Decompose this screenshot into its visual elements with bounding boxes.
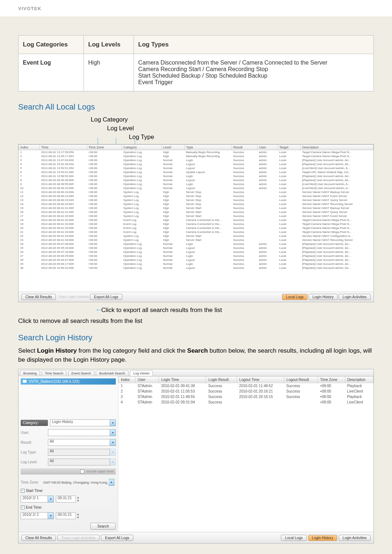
- start-date-input[interactable]: 2010/ 2/ 1: [21, 496, 48, 502]
- tab-bookmark-search[interactable]: Bookmark Search: [96, 370, 128, 376]
- trace-login-button[interactable]: Trace Login Activities: [57, 535, 99, 541]
- table-row[interactable]: 192012-08-03 08:41:32:096+08:00Event Log…: [19, 222, 373, 226]
- lcol-login-time[interactable]: Login Time: [159, 376, 206, 383]
- lcol-login-result[interactable]: Login Result: [206, 376, 237, 383]
- login-activities-tab[interactable]: Login Activities: [339, 535, 371, 541]
- table-row[interactable]: 222012-08-03 08:41:33:009+08:00System Lo…: [19, 234, 373, 238]
- col-level[interactable]: Level: [162, 145, 184, 150]
- col-result[interactable]: Result: [232, 145, 257, 150]
- table-row[interactable]: 82012-08-03 08:39:36:006+08:00Operation …: [19, 178, 373, 182]
- table-row[interactable]: 242012-08-03 08:47:08:060+08:00Operation…: [19, 242, 373, 246]
- login-history-tab[interactable]: Login History: [309, 294, 338, 300]
- col-category[interactable]: Category: [122, 145, 162, 150]
- table-row[interactable]: 12012-08-01 13:17:59:050+08:00Operation …: [19, 150, 373, 155]
- th-levels: Log Levels: [84, 36, 134, 54]
- col-user[interactable]: User: [257, 145, 278, 150]
- right-pane: Index User Login Time Login Result Logou…: [118, 376, 373, 532]
- td-category: Event Log: [19, 54, 84, 91]
- table-row[interactable]: 302012-08-03 10:46:31:006+08:00Operation…: [19, 266, 373, 270]
- chevron-down-icon[interactable]: ▾: [109, 479, 114, 486]
- tab-log-viewer[interactable]: Log Viewer: [130, 370, 153, 376]
- login-grid: Index User Login Time Login Result Logou…: [118, 376, 373, 405]
- login-intro-text: Select Login History from the log catego…: [18, 346, 374, 365]
- table-row[interactable]: 132012-08-03 08:40:15:049+08:00System Lo…: [19, 198, 373, 202]
- start-time-checkbox[interactable]: [21, 489, 25, 493]
- chevron-down-icon[interactable]: ▾: [48, 512, 54, 519]
- search-button[interactable]: Search: [90, 523, 116, 530]
- chevron-down-icon[interactable]: ▾: [48, 496, 54, 502]
- lcol-index[interactable]: Index: [119, 376, 135, 383]
- table-row[interactable]: 152012-08-03 08:41:31:065+08:00System Lo…: [19, 206, 373, 210]
- table-row[interactable]: 232012-08-03 08:41:34:068+08:00System Lo…: [19, 238, 373, 242]
- login-history-tab[interactable]: Login History: [308, 535, 337, 541]
- table-row[interactable]: 1STAdmin2010-02-01 09:41:38Success2010-0…: [119, 383, 373, 389]
- table-row[interactable]: 202012-08-03 08:41:33:006+08:00Event Log…: [19, 226, 373, 230]
- station-name: VVTK_Station1(192.168.5.122): [29, 379, 79, 383]
- table-row[interactable]: 72012-08-01 13:56:52:000+08:00Operation …: [19, 174, 373, 178]
- spinner-icon[interactable]: ▲▼: [77, 513, 79, 519]
- lcol-user[interactable]: User: [135, 376, 159, 383]
- chevron-down-icon[interactable]: ▾: [110, 429, 116, 436]
- start-time-input[interactable]: 09:31:21: [56, 496, 76, 502]
- table-row[interactable]: 102012-08-03 08:40:10:006+08:00Operation…: [19, 186, 373, 190]
- table-row[interactable]: 52012-08-01 13:53:51:050+08:00Operation …: [19, 166, 373, 170]
- chevron-down-icon[interactable]: ▾: [110, 439, 116, 446]
- table-row[interactable]: 172012-08-03 08:41:32:006+08:00System Lo…: [19, 214, 373, 218]
- clear-all-button[interactable]: Clear All Results: [21, 535, 56, 541]
- table-row[interactable]: 292012-08-03 09:46:17:005+08:00Operation…: [19, 262, 373, 266]
- annot-log-type: Log Type: [129, 133, 374, 141]
- lcol-desc[interactable]: Description: [345, 376, 373, 383]
- user-select[interactable]: [48, 429, 110, 436]
- tab-event-search[interactable]: Event Search: [68, 370, 94, 376]
- tab-browsing[interactable]: Browsing: [20, 370, 40, 376]
- section-login-history: Search Login History: [18, 333, 374, 342]
- table-row[interactable]: 122012-08-03 08:40:14:089+08:00System Lo…: [19, 194, 373, 198]
- chevron-down-icon[interactable]: ▾: [110, 419, 116, 426]
- table-row[interactable]: 272012-08-03 09:40:25:006+08:00Operation…: [19, 254, 373, 258]
- table-row[interactable]: 252012-08-03 09:35:16:006+08:00Operation…: [19, 246, 373, 250]
- col-type[interactable]: Type: [184, 145, 232, 150]
- col-desc[interactable]: Description: [301, 145, 373, 150]
- table-row[interactable]: 32012-08-01 13:47:04:006+08:00Operation …: [19, 158, 373, 162]
- table-row[interactable]: 92012-08-03 08:39:55:005+08:00Operation …: [19, 182, 373, 186]
- col-tz[interactable]: Time Zone: [87, 145, 122, 150]
- table-row[interactable]: 4STAdmin2010-02-02 09:31:04Success+08:00…: [119, 399, 373, 405]
- log-grid: Index Time Time Zone Category Level Type…: [19, 144, 373, 270]
- station-row[interactable]: VVTK_Station1(192.168.5.122): [21, 378, 116, 385]
- category-select[interactable]: Login History: [50, 419, 110, 426]
- td-level: High: [84, 54, 134, 91]
- export-all-button[interactable]: Export All Logs: [90, 294, 122, 300]
- local-logs-tab[interactable]: Local Logs: [282, 294, 307, 300]
- clear-all-button[interactable]: Clear All Results: [21, 294, 56, 300]
- table-row[interactable]: 42012-08-01 15:52:38:034+08:00Operation …: [19, 162, 373, 166]
- tab-time-search[interactable]: Time Search: [42, 370, 67, 376]
- category-label: Category:: [21, 420, 48, 426]
- tz-value[interactable]: GMT+08:00 Beijing, Chongqing, Hong Kong,: [43, 481, 108, 484]
- table-row[interactable]: 62012-08-01 15:53:51:060+08:00Operation …: [19, 170, 373, 174]
- lcol-logout-time[interactable]: Logout Time: [237, 376, 284, 383]
- col-time[interactable]: Time: [40, 145, 87, 150]
- result-select[interactable]: All: [48, 439, 110, 446]
- table-row[interactable]: 22012-08-01 13:35:17:063+08:00Operation …: [19, 154, 373, 158]
- local-logs-tab[interactable]: Local Logs: [281, 535, 306, 541]
- spinner-icon[interactable]: ▲▼: [77, 496, 79, 502]
- table-row[interactable]: 112012-08-03 08:40:14:008+08:00System Lo…: [19, 190, 373, 194]
- end-time-input[interactable]: 09:31:21: [56, 512, 76, 519]
- table-row[interactable]: 182012-08-03 08:41:32:009+08:00Event Log…: [19, 218, 373, 222]
- table-row[interactable]: 142012-08-03 08:40:15:063+08:00System Lo…: [19, 202, 373, 206]
- th-types: Log Types: [134, 36, 373, 54]
- table-row[interactable]: 162012-08-03 08:41:31:090+08:00System Lo…: [19, 210, 373, 214]
- table-row[interactable]: 262012-08-03 09:37:16:006+08:00Operation…: [19, 250, 373, 254]
- lcol-logout-result[interactable]: Logout Result: [284, 376, 318, 383]
- table-row[interactable]: 3STAdmin2010-02-01 11:48:55Success2010-0…: [119, 394, 373, 399]
- export-all-button[interactable]: Export All Logs: [101, 535, 133, 541]
- lcol-tz[interactable]: Time Zone: [318, 376, 345, 383]
- login-activities-tab[interactable]: Login Activities: [339, 294, 371, 300]
- table-row[interactable]: 282012-08-03 09:44:47:009+08:00Operation…: [19, 258, 373, 262]
- end-date-input[interactable]: 2010/ 2/ 2: [21, 512, 48, 519]
- table-row[interactable]: 2STAdmin2010-02-01 11:05:53Success2010-0…: [119, 389, 373, 394]
- col-target[interactable]: Target: [278, 145, 301, 150]
- col-index[interactable]: Index: [19, 145, 40, 150]
- end-time-checkbox[interactable]: [21, 505, 25, 509]
- table-row[interactable]: 212012-08-03 08:41:33:006+08:00Event Log…: [19, 230, 373, 234]
